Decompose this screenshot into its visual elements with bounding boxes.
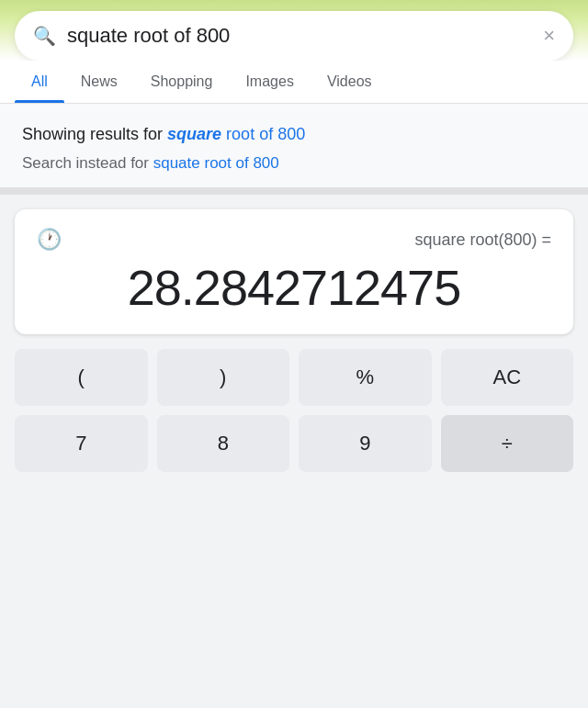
btn-open-paren[interactable]: (: [15, 349, 148, 406]
instead-link[interactable]: squate root of 800: [153, 154, 279, 172]
btn-7[interactable]: 7: [15, 415, 148, 472]
nav-bar: All News Shopping Images Videos: [0, 61, 588, 104]
btn-ac[interactable]: AC: [441, 349, 574, 406]
search-icon: 🔍: [33, 25, 56, 47]
tab-images[interactable]: Images: [229, 61, 310, 103]
history-icon[interactable]: 🕐: [37, 228, 62, 252]
search-bar-wrapper: 🔍 squate root of 800 ×: [0, 0, 588, 61]
calculator-card: 🕐 square root(800) = 28.2842712475: [15, 209, 573, 334]
calc-expression: square root(800) =: [414, 230, 551, 250]
calc-buttons: ( ) % AC 7 8 9 ÷: [15, 349, 573, 472]
btn-8[interactable]: 8: [157, 415, 290, 472]
btn-percent[interactable]: %: [299, 349, 432, 406]
calc-result: 28.2842712475: [37, 259, 551, 316]
btn-divide[interactable]: ÷: [441, 415, 574, 472]
tab-news[interactable]: News: [64, 61, 134, 103]
search-instead: Search instead for squate root of 800: [22, 154, 566, 173]
correction-section: Showing results for square root of 800 S…: [0, 104, 588, 195]
tab-shopping[interactable]: Shopping: [134, 61, 230, 103]
btn-9[interactable]: 9: [299, 415, 432, 472]
calculator-section: 🕐 square root(800) = 28.2842712475 ( ) %…: [0, 195, 588, 487]
tab-all[interactable]: All: [15, 61, 64, 103]
instead-prefix: Search instead for: [22, 154, 153, 172]
corrected-word: square: [167, 125, 221, 143]
showing-results: Showing results for square root of 800: [22, 122, 566, 147]
tab-videos[interactable]: Videos: [311, 61, 389, 103]
calc-header: 🕐 square root(800) =: [37, 228, 551, 252]
nav-tabs: All News Shopping Images Videos: [0, 61, 588, 104]
search-bar: 🔍 squate root of 800 ×: [15, 11, 573, 61]
search-query[interactable]: squate root of 800: [67, 24, 532, 48]
clear-icon[interactable]: ×: [543, 24, 555, 48]
showing-prefix: Showing results for: [22, 125, 167, 143]
corrected-rest: root of 800: [221, 125, 305, 143]
btn-close-paren[interactable]: ): [157, 349, 290, 406]
